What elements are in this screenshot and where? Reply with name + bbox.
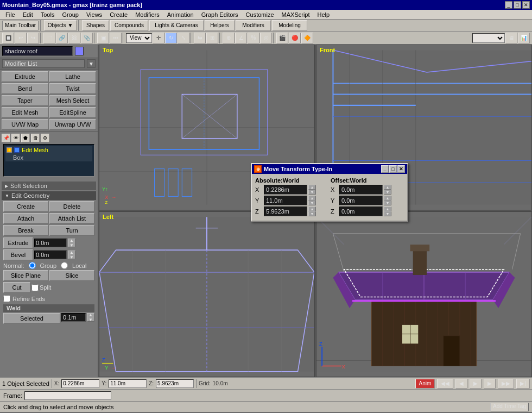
abs-z-up[interactable]: ▲	[308, 206, 316, 211]
off-z-input[interactable]	[339, 206, 383, 216]
viewport-user[interactable]: User	[316, 211, 532, 377]
off-z-up[interactable]: ▲	[384, 206, 391, 211]
off-x-down[interactable]: ▼	[384, 190, 391, 195]
abs-x-up[interactable]: ▲	[308, 185, 316, 190]
object-name-input[interactable]	[2, 46, 73, 56]
bevel-spinner[interactable]: ▲▼	[68, 251, 75, 259]
extrude-btn[interactable]: Extrude	[2, 71, 48, 82]
off-z-down[interactable]: ▼	[384, 211, 391, 216]
shapes-tab[interactable]: Shapes	[82, 20, 109, 31]
menu-customize[interactable]: Customize	[243, 11, 277, 18]
link-btn[interactable]: 🔗	[56, 33, 68, 43]
y-coord-input[interactable]	[109, 379, 147, 388]
percent-snap[interactable]: %	[248, 33, 259, 43]
dialog-restore-btn[interactable]: □	[389, 165, 397, 173]
transform-dialog-titlebar[interactable]: ⊕ Move Transform Type-In _ □ ✕	[252, 164, 407, 174]
cut-btn[interactable]: Cut	[3, 282, 30, 293]
angle-snap[interactable]: ∠	[235, 33, 247, 43]
configure-mods-btn[interactable]: ⚙	[41, 134, 49, 142]
scene-explorer[interactable]: 🖥	[505, 33, 517, 43]
time-play[interactable]: ▶	[470, 379, 482, 389]
undo-btn[interactable]: ↩	[15, 33, 27, 43]
redo-btn[interactable]: ↪	[27, 33, 39, 43]
abs-z-down[interactable]: ▼	[308, 211, 316, 216]
edit-mesh-btn[interactable]: Edit Mesh	[2, 107, 48, 118]
edit-mesh-modifier[interactable]: ☀ Edit Mesh	[5, 146, 92, 154]
abs-z-input[interactable]	[264, 206, 307, 216]
bevel-btn[interactable]: Bevel	[3, 249, 33, 260]
selected-weld-btn[interactable]: Selected	[3, 313, 60, 324]
unlink-btn[interactable]: ⛓	[68, 33, 80, 43]
extrude-value[interactable]	[34, 239, 67, 247]
viewport-left[interactable]: Left Y → Z	[99, 211, 315, 377]
align-btn[interactable]: ⊞	[206, 33, 218, 43]
select-btn[interactable]: ⬚	[43, 33, 55, 43]
make-unique-btn[interactable]: ⬟	[21, 134, 30, 142]
delete-btn[interactable]: Delete	[49, 201, 94, 212]
off-y-spinner[interactable]: ▲ ▼	[384, 196, 391, 205]
create-btn[interactable]: Create	[3, 201, 48, 212]
spinner-snap[interactable]: ◎	[260, 33, 272, 43]
edit-spline-btn[interactable]: EditSpline	[49, 107, 96, 118]
title-buttons[interactable]: _ □ ✕	[505, 1, 530, 9]
attach-list-btn[interactable]: Attach List	[49, 213, 94, 224]
weld-threshold[interactable]	[61, 313, 86, 322]
bend-btn[interactable]: Bend	[2, 83, 48, 94]
uvw-map-btn[interactable]: UVW Map	[2, 119, 48, 130]
remove-mod-btn[interactable]: 🗑	[31, 134, 40, 142]
twist-btn[interactable]: Twist	[49, 83, 96, 94]
view-dropdown[interactable]: View	[126, 33, 152, 43]
select-filter[interactable]: 🔲	[2, 33, 14, 43]
time-slider-prev[interactable]: ◀◀	[437, 379, 453, 389]
time-prev[interactable]: ◀	[455, 379, 467, 389]
anim-btn[interactable]: Anim	[415, 379, 435, 389]
modifier-list-dropdown[interactable]: ▼	[87, 59, 96, 68]
menu-edit[interactable]: Edit	[20, 11, 36, 18]
normal-group-radio[interactable]	[29, 262, 36, 269]
extrude-geom-btn[interactable]: Extrude	[3, 237, 33, 248]
mesh-select-btn[interactable]: Mesh Select	[49, 95, 96, 106]
show-result-btn[interactable]: 👁	[11, 134, 20, 142]
taper-btn[interactable]: Taper	[2, 95, 48, 106]
time-slider-next[interactable]: ▶▶	[498, 379, 514, 389]
move-btn[interactable]: ✛	[153, 33, 164, 43]
menu-create[interactable]: Create	[106, 11, 131, 18]
menu-views[interactable]: Views	[83, 11, 105, 18]
split-checkbox[interactable]	[31, 284, 39, 291]
bevel-value[interactable]	[34, 251, 67, 259]
off-z-spinner[interactable]: ▲ ▼	[384, 206, 391, 216]
time-next[interactable]: ▶	[484, 379, 496, 389]
off-y-input[interactable]	[339, 196, 383, 205]
menu-group[interactable]: Group	[59, 11, 82, 18]
snaps-btn[interactable]: ⊕	[223, 33, 235, 43]
modifier-list-label[interactable]: Modifier List	[2, 59, 85, 68]
close-btn[interactable]: ✕	[522, 1, 530, 9]
abs-y-input[interactable]	[264, 196, 307, 205]
abs-x-spinner[interactable]: ▲ ▼	[308, 185, 316, 195]
modifiers-tab[interactable]: Modifiers	[236, 20, 271, 31]
object-color-swatch[interactable]	[75, 47, 84, 55]
pin-stack-btn[interactable]: 📌	[2, 134, 10, 142]
off-y-up[interactable]: ▲	[384, 196, 391, 201]
scale-btn[interactable]: ⤡	[178, 33, 189, 43]
render-type[interactable]: 🔴	[289, 33, 301, 43]
turn-btn[interactable]: Turn	[49, 225, 94, 236]
lathe-btn[interactable]: Lathe	[49, 71, 96, 82]
z-coord-input[interactable]	[156, 379, 194, 388]
rotate-btn[interactable]: ↻	[165, 33, 177, 43]
x-coord-input[interactable]	[61, 379, 99, 388]
time-end[interactable]: ▶|	[516, 379, 530, 389]
abs-x-down[interactable]: ▼	[308, 190, 316, 195]
abs-y-spinner[interactable]: ▲ ▼	[308, 196, 316, 205]
menu-animation[interactable]: Animation	[164, 11, 197, 18]
named-select[interactable]: •••	[110, 33, 122, 43]
dialog-buttons[interactable]: _ □ ✕	[381, 165, 405, 173]
dialog-close-btn[interactable]: ✕	[397, 165, 405, 173]
slice-btn[interactable]: Slice	[49, 270, 94, 281]
abs-y-down[interactable]: ▼	[308, 201, 316, 205]
off-x-spinner[interactable]: ▲ ▼	[384, 185, 391, 195]
maximize-btn[interactable]: □	[514, 1, 521, 9]
box-modifier[interactable]: Box	[5, 154, 92, 161]
menu-file[interactable]: File	[2, 11, 18, 18]
compounds-tab[interactable]: Compounds	[110, 20, 148, 31]
